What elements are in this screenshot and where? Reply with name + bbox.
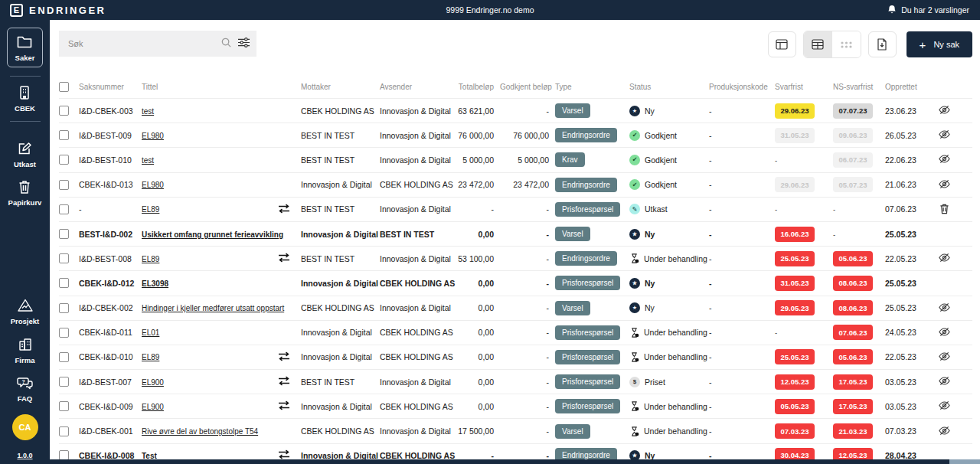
column-header[interactable]: NS-svarfrist <box>833 83 885 91</box>
column-header[interactable]: Godkjent beløp <box>500 83 555 91</box>
case-number: CBEK-I&D-011 <box>79 328 142 337</box>
column-header[interactable]: Status <box>629 83 709 91</box>
case-title-link[interactable]: Usikkert omfang grunnet ferieavvikling <box>142 230 283 239</box>
row-checkbox[interactable] <box>59 229 69 239</box>
approved-amount: - <box>500 352 555 361</box>
trash-icon[interactable] <box>939 203 949 216</box>
row-checkbox[interactable] <box>59 278 69 288</box>
row-checkbox[interactable] <box>59 253 69 263</box>
row-checkbox[interactable] <box>59 130 69 140</box>
table-row[interactable]: I&D-CBEK-001 Rive øvre del av betongstol… <box>59 418 972 443</box>
sidebar-item-cbek[interactable]: CBEK <box>15 85 35 113</box>
row-checkbox[interactable] <box>59 303 69 313</box>
case-title-link[interactable]: test <box>142 156 154 165</box>
column-header[interactable]: Opprettet <box>885 83 929 91</box>
case-title-link[interactable]: EL3098 <box>142 279 168 288</box>
sidebar-item-firma[interactable]: Firma <box>15 337 35 364</box>
column-header[interactable]: Svarfrist <box>775 83 833 91</box>
row-checkbox[interactable] <box>59 426 69 436</box>
panel-view-button[interactable] <box>768 31 796 57</box>
table-row[interactable]: I&D-BEST-008 EL89 BEST IN TEST Innovasjo… <box>59 246 972 270</box>
row-checkbox[interactable] <box>59 204 69 214</box>
case-title-link[interactable]: EL89 <box>142 353 159 361</box>
eye-off-icon[interactable] <box>938 302 951 315</box>
column-header[interactable]: Mottaker <box>301 83 380 91</box>
table-row[interactable]: CBEK-I&D-010 EL89 Innovasjon & Digital C… <box>59 345 972 369</box>
scrollbar-thumb[interactable] <box>50 459 949 464</box>
status-label: Utkast <box>645 204 668 214</box>
row-checkbox[interactable] <box>59 377 69 387</box>
row-checkbox[interactable] <box>59 180 69 190</box>
table-row[interactable]: CBEK-I&D-009 EL900 Innovasjon & Digital … <box>59 394 972 418</box>
eye-off-icon[interactable] <box>938 400 951 413</box>
column-header[interactable]: Totalbeløp <box>452 83 500 91</box>
row-checkbox[interactable] <box>59 401 69 411</box>
status-cell: ★ ✔ ✎ $ Under behandling <box>629 253 709 263</box>
ns-deadline-badge: 09.06.23 <box>833 128 873 143</box>
column-header[interactable]: Produksjonskode <box>709 83 775 91</box>
select-all-checkbox[interactable] <box>59 82 69 92</box>
search-icon[interactable] <box>220 37 232 51</box>
column-header[interactable]: Saksnummer <box>79 83 142 91</box>
row-checkbox[interactable] <box>59 352 69 362</box>
sidebar-item-prosjekt[interactable]: Prosjekt <box>11 298 40 325</box>
table-row[interactable]: CBEK-I&D-012 EL3098 Innovasjon & Digital… <box>59 270 972 295</box>
eye-off-icon[interactable] <box>938 425 951 438</box>
case-title-link[interactable]: EL980 <box>142 181 164 189</box>
deadline-badge: 29.06.23 <box>775 103 815 119</box>
table-view-button[interactable] <box>804 31 832 57</box>
eye-off-icon[interactable] <box>938 252 951 265</box>
new-case-button[interactable]: + Ny sak <box>906 31 972 57</box>
case-title-link[interactable]: test <box>142 107 154 116</box>
table-row[interactable]: - EL89 BEST IN TEST Innovasjon & Digital… <box>59 197 972 221</box>
card-view-button[interactable] <box>832 31 861 57</box>
eye-off-icon[interactable] <box>938 129 951 142</box>
status-label: Godkjent <box>645 131 677 140</box>
table-row[interactable]: I&D-CBEK-003 test CBEK HOLDING AS Innova… <box>59 98 972 123</box>
filter-icon[interactable] <box>237 37 250 51</box>
case-title-link[interactable]: EL980 <box>142 132 164 140</box>
row-checkbox[interactable] <box>59 106 69 116</box>
table-row[interactable]: CBEK-I&D-013 EL980 Innovasjon & Digital … <box>59 172 972 197</box>
case-title-link[interactable]: EL89 <box>142 205 159 214</box>
case-title-link[interactable]: Hindinger i kjeller medfører utsatt opps… <box>142 304 284 312</box>
table-row[interactable]: I&D-BEST-007 EL900 BEST IN TEST Innovasj… <box>59 369 972 394</box>
eye-off-icon[interactable] <box>938 375 951 388</box>
table-row[interactable]: CBEK-I&D-011 EL01 Innovasjon & Digital C… <box>59 320 972 345</box>
case-title-link[interactable]: EL01 <box>142 328 159 337</box>
sidebar-item-faq[interactable]: ? FAQ <box>17 376 34 403</box>
ns-deadline-badge: 05.06.23 <box>833 349 873 364</box>
eye-off-icon[interactable] <box>938 178 951 191</box>
table-row[interactable]: BEST-I&D-002 Usikkert omfang grunnet fer… <box>59 221 972 246</box>
column-header[interactable]: Avsender <box>380 83 452 91</box>
eye-off-icon[interactable] <box>938 153 951 166</box>
total-amount: 0,00 <box>452 230 500 239</box>
export-document-button[interactable] <box>868 31 897 57</box>
ns-deadline-badge: 08.06.23 <box>833 300 873 315</box>
eye-off-icon[interactable] <box>938 104 951 117</box>
sidebar-item-utkast[interactable]: Utkast <box>14 141 36 168</box>
table-row[interactable]: I&D-BEST-009 EL980 BEST IN TEST Innovasj… <box>59 123 972 147</box>
case-title-link[interactable]: EL900 <box>142 378 164 387</box>
row-checkbox[interactable] <box>59 328 69 338</box>
version-link[interactable]: 1.0.0 <box>17 452 32 459</box>
recipient: BEST IN TEST <box>301 204 380 214</box>
sidebar-item-papirkurv[interactable]: Papirkurv <box>8 179 42 207</box>
status-label: Under behandling <box>644 426 707 436</box>
case-title-link[interactable]: EL900 <box>142 403 164 411</box>
eye-off-icon[interactable] <box>938 326 951 339</box>
created-date: 22.05.23 <box>885 352 929 361</box>
avatar[interactable]: CA <box>12 414 38 440</box>
table-row[interactable]: I&D-BEST-010 test BEST IN TEST Innovasjo… <box>59 147 972 172</box>
table-row[interactable]: I&D-CBEK-002 Hindinger i kjeller medføre… <box>59 296 972 320</box>
column-header[interactable]: Type <box>555 83 629 91</box>
type-badge: Varsel <box>555 103 590 118</box>
case-title-link[interactable]: EL89 <box>142 255 159 263</box>
swap-cell <box>278 253 301 264</box>
column-header[interactable]: Tittel <box>142 83 278 91</box>
row-checkbox[interactable] <box>59 155 69 165</box>
sidebar-item-saker[interactable]: Saker <box>7 28 44 67</box>
horizontal-scrollbar[interactable] <box>50 459 980 464</box>
case-title-link[interactable]: Rive øvre del av betongstolpe T54 <box>142 427 258 436</box>
eye-off-icon[interactable] <box>938 351 951 364</box>
